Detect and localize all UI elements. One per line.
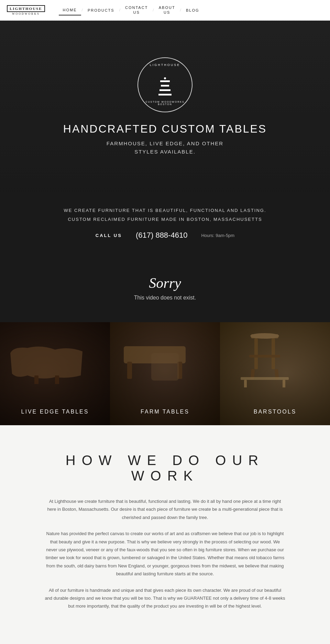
info-bar: WE CREATE FURNITURE THAT IS BEAUTIFUL, F… bbox=[0, 192, 330, 253]
phone-number[interactable]: (617) 888-4610 bbox=[136, 231, 187, 240]
logo-top: LIGHTHOUSE bbox=[7, 5, 45, 12]
phone-row: CALL US (617) 888-4610 Hours: 9am-5pm bbox=[21, 231, 309, 240]
business-hours: Hours: 9am-5pm bbox=[201, 233, 234, 238]
video-error-message: This video does not exist. bbox=[134, 295, 196, 301]
how-paragraph-2: Nature has provided the perfect canvas t… bbox=[45, 530, 285, 578]
hero-title: HANDCRAFTED CUSTOM TABLES bbox=[63, 123, 267, 135]
info-bar-text: WE CREATE FURNITURE THAT IS BEAUTIFUL, F… bbox=[21, 206, 309, 224]
nav-item-about[interactable]: ABOUTUS bbox=[155, 3, 179, 17]
site-logo[interactable]: LIGHTHOUSE WOODWORKS bbox=[7, 5, 45, 15]
navigation: LIGHTHOUSE WOODWORKS HOME / PRODUCTS / C… bbox=[0, 0, 330, 21]
nav-item-blog[interactable]: BLOG bbox=[182, 5, 204, 15]
lighthouse-stripe-1 bbox=[160, 80, 170, 82]
instagram-section: CHECK OUT OUR CREATIONS ON INSTAGRAM! bbox=[0, 639, 330, 644]
svg-rect-0 bbox=[34, 375, 38, 384]
logo-bottom: WOODWORKS bbox=[12, 12, 40, 15]
svg-rect-9 bbox=[249, 355, 280, 358]
nav-link-products[interactable]: PRODUCTS bbox=[84, 5, 119, 15]
nav-link-blog[interactable]: BLOG bbox=[182, 5, 204, 15]
nav-link-about[interactable]: ABOUTUS bbox=[155, 3, 179, 17]
video-sorry-title: Sorry bbox=[149, 275, 181, 291]
nav-separator-1: / bbox=[81, 8, 84, 13]
hero-content: HANDCRAFTED CUSTOM TABLES FARMHOUSE, LIV… bbox=[63, 57, 267, 156]
hero-subtitle-line2: STYLES AVAILABLE. bbox=[134, 149, 196, 155]
svg-rect-3 bbox=[127, 362, 132, 379]
lighthouse-gap-2 bbox=[161, 87, 169, 89]
product-barstools[interactable]: BARSTOOLS bbox=[220, 322, 330, 425]
svg-rect-7 bbox=[254, 338, 258, 369]
hero-section: HANDCRAFTED CUSTOM TABLES FARMHOUSE, LIV… bbox=[0, 21, 330, 192]
farm-table-svg bbox=[120, 339, 189, 387]
product-farm-tables-label: FARM TABLES bbox=[110, 409, 220, 415]
hero-subtitle-line1: FARMHOUSE, LIVE EDGE, AND OTHER bbox=[107, 140, 223, 146]
product-farm-tables[interactable]: FARM TABLES bbox=[110, 322, 220, 425]
svg-rect-13 bbox=[241, 377, 289, 380]
svg-rect-14 bbox=[244, 380, 247, 387]
live-edge-svg bbox=[7, 343, 86, 384]
how-paragraph-1: At Lighthouse we create furniture that i… bbox=[45, 497, 285, 521]
hero-subtitle: FARMHOUSE, LIVE EDGE, AND OTHER STYLES A… bbox=[63, 139, 267, 156]
lighthouse-stripe-4 bbox=[158, 94, 172, 95]
nav-links: HOME / PRODUCTS / CONTACTUS / ABOUTUS / … bbox=[59, 3, 323, 17]
lighthouse-icon bbox=[158, 77, 172, 95]
nav-item-products[interactable]: PRODUCTS bbox=[84, 5, 119, 15]
nav-separator-3: / bbox=[152, 8, 154, 13]
nav-separator-2: / bbox=[119, 8, 121, 13]
product-grid: LIVE EDGE TABLES FARM TABLES bbox=[0, 322, 330, 425]
how-section: HOW WE DO OUR WORK At Lighthouse we crea… bbox=[0, 425, 330, 639]
video-section: Sorry This video does not exist. bbox=[0, 253, 330, 322]
call-us-label: CALL US bbox=[96, 233, 122, 238]
lighthouse-stripe-3 bbox=[160, 89, 170, 91]
svg-rect-5 bbox=[151, 353, 179, 381]
lighthouse-stripe-2 bbox=[161, 85, 169, 87]
nav-separator-4: / bbox=[179, 8, 182, 13]
svg-rect-15 bbox=[283, 380, 285, 387]
info-line-2: CUSTOM RECLAIMED FURNITURE MADE IN BOSTO… bbox=[21, 215, 309, 224]
lighthouse-gap-3 bbox=[160, 92, 170, 93]
info-line-1: WE CREATE FURNITURE THAT IS BEAUTIFUL, F… bbox=[21, 206, 309, 215]
product-live-edge-label: LIVE EDGE TABLES bbox=[0, 409, 110, 415]
how-paragraph-3: All of our furniture is handmade and uni… bbox=[45, 586, 285, 610]
svg-rect-8 bbox=[272, 338, 275, 369]
lighthouse-gap-1 bbox=[161, 83, 169, 84]
nav-link-home[interactable]: HOME bbox=[59, 5, 81, 15]
how-title: HOW WE DO OUR WORK bbox=[41, 453, 289, 484]
barstool-svg bbox=[241, 332, 289, 387]
svg-rect-1 bbox=[55, 375, 59, 384]
product-barstools-label: BARSTOOLS bbox=[220, 409, 330, 415]
lighthouse-body bbox=[158, 80, 172, 95]
svg-point-12 bbox=[250, 333, 279, 339]
lighthouse-light bbox=[164, 77, 166, 79]
hero-logo-circle bbox=[138, 57, 192, 112]
nav-item-contact[interactable]: CONTACTUS bbox=[121, 3, 152, 17]
product-live-edge[interactable]: LIVE EDGE TABLES bbox=[0, 322, 110, 425]
nav-item-home[interactable]: HOME bbox=[59, 5, 81, 15]
nav-link-contact[interactable]: CONTACTUS bbox=[121, 3, 152, 17]
